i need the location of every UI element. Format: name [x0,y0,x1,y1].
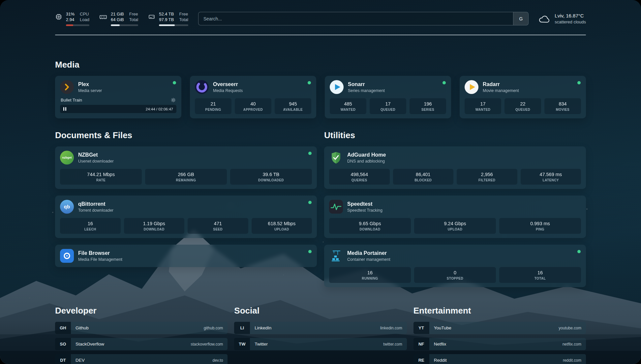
disk-total: 97.9 TB [159,17,174,22]
service-name[interactable]: Sonarr [348,81,385,87]
search-input[interactable] [198,12,513,25]
disk-icon [148,13,155,20]
section-utilities: Utilities AdGu [324,130,586,287]
service-name[interactable]: Speedtest [347,201,382,207]
bookmark-name: StackOverflow [76,342,104,347]
service-desc: Usenet downloader [78,159,114,164]
service-card-radarr: Radarr Movie management 17WANTED 22QUEUE… [460,76,586,118]
section-title-social: Social [234,306,407,316]
weather-condition: scattered clouds [555,19,586,25]
filebrowser-icon [60,249,74,263]
plex-icon [60,80,74,94]
bookmark-linkedin[interactable]: LI LinkedInlinkedin.com [234,322,407,334]
now-playing-title: Bullet Train [61,98,82,103]
pause-icon[interactable] [63,107,66,111]
status-dot [308,250,312,253]
weather-widget: Lviv, 16.87°C scattered clouds [538,13,586,25]
netflix-icon: NF [413,338,429,350]
bookmark-group-entertainment: Entertainment YT YouTubeyoutube.com NF N… [413,306,586,364]
memory-total: 64 GiB [111,17,124,22]
service-name[interactable]: File Browser [78,250,122,256]
service-name[interactable]: Media Portainer [347,250,390,256]
github-icon: GH [55,322,71,334]
section-title-media: Media [55,60,586,70]
memory-icon [99,13,107,20]
bookmark-url: twitter.com [383,342,402,347]
bookmark-twitter[interactable]: TW Twittertwitter.com [234,338,407,350]
service-desc: Speedtest Tracking [347,208,382,213]
memory-free: 21 GiB [111,11,124,17]
bookmark-url: netflix.com [563,342,581,347]
bookmark-url: dev.to [213,358,223,363]
section-title-developer: Developer [55,306,228,316]
memory-widget: 21 GiB Free 64 GiB Total [99,11,138,26]
section-title-utilities: Utilities [324,130,586,140]
gear-icon[interactable] [171,98,176,103]
bookmark-stackoverflow[interactable]: SO StackOverflowstackoverflow.com [55,338,228,350]
service-desc: Media Requests [213,88,243,93]
service-desc: Series management [348,88,385,93]
service-desc: Movie management [483,88,519,93]
qbittorrent-icon: qb [60,200,74,214]
service-name[interactable]: qBittorrent [78,201,113,207]
bookmark-github[interactable]: GH Githubgithub.com [55,322,228,334]
service-card-nzbget: nzbget NZBGet Usenet downloader 744.21 M… [55,146,317,189]
bookmark-url: youtube.com [559,326,581,330]
cpu-percent: 31% [66,11,75,17]
playback-bar: 24:44 / 02:06:47 [60,105,176,113]
stat: 16RUNNING [329,267,411,283]
memory-label-bottom: Total [129,17,138,22]
service-card-overseerr: Overseerr Media Requests 21PENDING 40APP… [190,76,316,118]
search-engine-button[interactable]: G [513,12,528,25]
adguard-icon [329,151,343,165]
service-name[interactable]: Plex [78,81,102,87]
weather-location: Lviv, 16.87°C [555,13,586,19]
service-name[interactable]: Overseerr [213,81,243,87]
status-dot [577,81,581,84]
dev-icon: DT [55,354,71,364]
cpu-label-bottom: Load [80,17,89,22]
playback-progress[interactable] [69,107,143,111]
bookmark-group-developer: Developer GH Githubgithub.com SO StackOv… [55,306,228,364]
cpu-progress-bar [66,24,89,26]
stat: 40APPROVED [235,98,271,114]
stat: 1.19 GbpsDOWNLOAD [124,218,185,234]
status-dot [577,250,581,253]
plex-now-playing: Bullet Train 24:44 / 02:06:47 [60,98,176,113]
service-name[interactable]: Radarr [483,81,519,87]
service-card-speedtest: Speedtest Speedtest Tracking 9.65 GbpsDO… [324,196,586,238]
service-card-sonarr: Sonarr Series management 485WANTED 17QUE… [325,76,451,118]
bookmark-reddit[interactable]: RE Redditreddit.com [413,354,586,364]
bookmark-youtube[interactable]: YT YouTubeyoutube.com [413,322,586,334]
service-name[interactable]: AdGuard Home [347,152,386,158]
bookmark-dev[interactable]: DT DEVdev.to [55,354,228,364]
twitter-icon: TW [234,338,250,350]
service-name[interactable]: NZBGet [78,152,114,158]
stat: 485WANTED [330,98,366,114]
disk-progress-bar [159,24,188,26]
stat: 0STOPPED [414,267,496,283]
stackoverflow-icon: SO [55,338,71,350]
bookmark-netflix[interactable]: NF Netflixnetflix.com [413,338,586,350]
stat: 471SEED [188,218,248,234]
bookmark-name: DEV [76,358,85,363]
stat: 16LEECH [60,218,121,234]
stat: 266 GBREMAINING [145,169,227,185]
bookmark-url: stackoverflow.com [191,342,223,347]
stat: 9.65 GbpsDOWNLOAD [329,218,411,234]
stat: 9.24 GbpsUPLOAD [414,218,496,234]
speedtest-icon [329,200,343,214]
stat: 196SERIES [410,98,446,114]
service-card-plex: Plex Media server Bullet Train [55,76,181,118]
section-media: Media Plex Media server [55,60,586,118]
cpu-label-top: CPU [80,11,89,17]
sonarr-icon [330,80,344,94]
service-desc: Torrent downloader [78,208,113,213]
stat: 0.993 msPING [499,218,581,234]
cpu-load: 2.94 [66,17,75,22]
service-desc: DNS and adblocking [347,159,386,164]
stat: 16TOTAL [499,267,581,283]
stat: 834MOVIES [544,98,581,114]
nzbget-icon: nzbget [60,151,74,165]
bookmark-group-social: Social LI LinkedInlinkedin.com TW Twitte… [234,306,407,364]
